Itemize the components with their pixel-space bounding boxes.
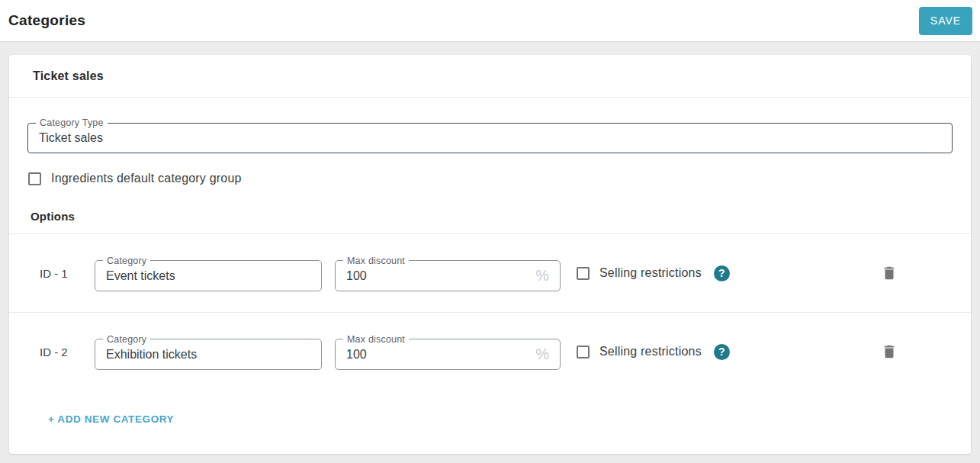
options-heading: Options [31,210,953,223]
add-category-row: + ADD NEW CATEGORY [9,391,971,426]
option-id-label: ID - 1 [40,267,95,280]
category-type-field: Category Type [27,117,953,153]
category-input[interactable] [106,269,310,283]
option-row: ID - 1 Category Max discount % Selling r… [9,234,971,312]
content-area: Ticket sales Category Type Ingredients d… [0,42,980,463]
add-new-category-button[interactable]: + ADD NEW CATEGORY [48,413,174,425]
selling-restrictions-checkbox[interactable] [577,346,590,359]
selling-restrictions-checkbox[interactable] [577,267,590,280]
percent-suffix: % [529,267,549,285]
percent-suffix: % [529,346,549,363]
selling-restrictions-row: Selling restrictions [577,266,702,280]
help-icon[interactable]: ? [714,265,730,281]
category-group-card: Ticket sales Category Type Ingredients d… [9,55,971,454]
ingredients-default-row: Ingredients default category group [28,172,953,185]
category-type-block: Category Type Ingredients default catego… [9,98,971,233]
category-label: Category [103,334,150,345]
category-type-input[interactable] [39,131,941,145]
max-discount-input[interactable] [346,348,529,362]
selling-restrictions-label: Selling restrictions [599,266,702,280]
trash-icon [881,343,898,360]
max-discount-field: Max discount % [335,334,561,370]
save-button[interactable]: SAVE [919,7,972,35]
category-field: Category [95,256,322,291]
max-discount-label: Max discount [343,334,409,345]
category-type-label: Category Type [36,117,108,128]
max-discount-label: Max discount [343,256,409,266]
ingredients-default-label: Ingredients default category group [51,172,242,185]
selling-restrictions-label: Selling restrictions [599,345,702,359]
category-input[interactable] [106,348,310,362]
card-header: Ticket sales [9,55,971,98]
ingredients-default-checkbox[interactable] [28,172,41,185]
option-row: ID - 2 Category Max discount % Selling r… [9,313,971,391]
trash-icon [881,265,898,281]
category-field: Category [95,334,322,370]
max-discount-input[interactable] [346,269,529,283]
help-icon[interactable]: ? [714,344,730,360]
delete-row-button[interactable] [879,263,899,283]
delete-row-button[interactable] [879,342,899,362]
category-label: Category [103,256,150,266]
section-title: Ticket sales [33,69,104,83]
option-id-label: ID - 2 [40,346,95,359]
top-bar: Categories SAVE [0,0,980,42]
max-discount-field: Max discount % [335,256,561,291]
page-title: Categories [8,12,85,29]
selling-restrictions-row: Selling restrictions [577,345,702,359]
